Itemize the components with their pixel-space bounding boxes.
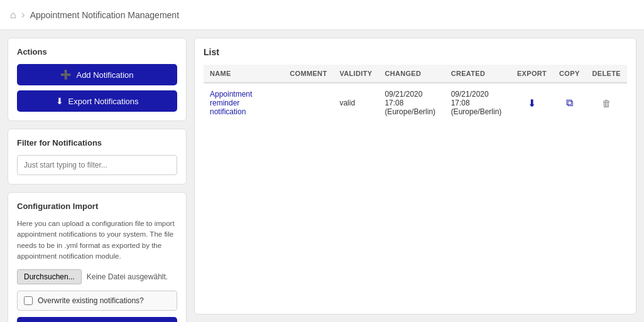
header: ⌂ › Appointment Notification Management bbox=[0, 0, 644, 30]
row-copy[interactable]: ⧉ bbox=[553, 83, 586, 122]
config-import-title: Configuration Import bbox=[17, 201, 177, 211]
copy-row-icon[interactable]: ⧉ bbox=[559, 97, 580, 109]
row-comment bbox=[283, 83, 333, 122]
col-changed: CHANGED bbox=[378, 65, 444, 83]
export-icon: ⬇ bbox=[56, 96, 63, 106]
col-export: EXPORT bbox=[511, 65, 553, 83]
config-import-panel: Configuration Import Here you can upload… bbox=[8, 192, 187, 322]
breadcrumb-sep: › bbox=[21, 8, 25, 21]
row-created: 09/21/2020 17:08(Europe/Berlin) bbox=[445, 83, 511, 122]
col-created: CREATED bbox=[445, 65, 511, 83]
row-validity: valid bbox=[333, 83, 378, 122]
import-notification-button[interactable]: ⬇ Import Notification configuration bbox=[17, 317, 177, 322]
add-notification-label: Add Notification bbox=[76, 70, 133, 80]
notifications-table: NAME COMMENT VALIDITY CHANGED CREATED EX… bbox=[204, 65, 627, 122]
overwrite-checkbox[interactable] bbox=[24, 296, 33, 305]
add-notification-button[interactable]: ➕ Add Notification bbox=[17, 64, 177, 85]
delete-row-icon[interactable]: 🗑 bbox=[592, 98, 621, 109]
right-panel: List NAME COMMENT VALIDITY CHANGED CREAT… bbox=[194, 38, 636, 314]
left-panel: Actions ➕ Add Notification ⬇ Export Noti… bbox=[8, 38, 187, 314]
notification-link[interactable]: Appointment reminder notification bbox=[210, 90, 252, 116]
main-layout: Actions ➕ Add Notification ⬇ Export Noti… bbox=[0, 30, 644, 322]
export-notifications-label: Export Notifications bbox=[68, 97, 139, 106]
actions-panel: Actions ➕ Add Notification ⬇ Export Noti… bbox=[8, 38, 187, 121]
col-delete: DELETE bbox=[586, 65, 627, 83]
overwrite-label: Overwrite existing notifications? bbox=[38, 296, 144, 305]
export-notifications-button[interactable]: ⬇ Export Notifications bbox=[17, 90, 177, 112]
col-validity: VALIDITY bbox=[333, 65, 378, 83]
col-name: NAME bbox=[204, 65, 283, 83]
plus-icon: ➕ bbox=[60, 70, 71, 80]
no-file-label: Keine Datei ausgewählt. bbox=[87, 272, 168, 281]
filter-panel: Filter for Notifications bbox=[8, 129, 187, 185]
filter-title: Filter for Notifications bbox=[17, 138, 177, 148]
file-row: Durchsuchen... Keine Datei ausgewählt. bbox=[17, 269, 177, 284]
overwrite-checkbox-row[interactable]: Overwrite existing notifications? bbox=[17, 291, 177, 311]
table-header-row: NAME COMMENT VALIDITY CHANGED CREATED EX… bbox=[204, 65, 627, 83]
table-row: Appointment reminder notificationvalid09… bbox=[204, 83, 627, 122]
breadcrumb-title: Appointment Notification Management bbox=[30, 10, 179, 20]
row-name: Appointment reminder notification bbox=[204, 83, 283, 122]
row-export[interactable]: ⬇ bbox=[511, 83, 553, 122]
list-title: List bbox=[204, 47, 627, 57]
filter-input[interactable] bbox=[17, 155, 177, 175]
config-import-description: Here you can upload a configuration file… bbox=[17, 218, 177, 262]
col-comment: COMMENT bbox=[283, 65, 333, 83]
col-copy: COPY bbox=[553, 65, 586, 83]
row-delete[interactable]: 🗑 bbox=[586, 83, 627, 122]
row-changed: 09/21/2020 17:08(Europe/Berlin) bbox=[378, 83, 444, 122]
browse-button[interactable]: Durchsuchen... bbox=[17, 269, 82, 284]
export-row-icon[interactable]: ⬇ bbox=[517, 97, 547, 109]
home-icon[interactable]: ⌂ bbox=[10, 9, 16, 21]
actions-title: Actions bbox=[17, 47, 177, 56]
